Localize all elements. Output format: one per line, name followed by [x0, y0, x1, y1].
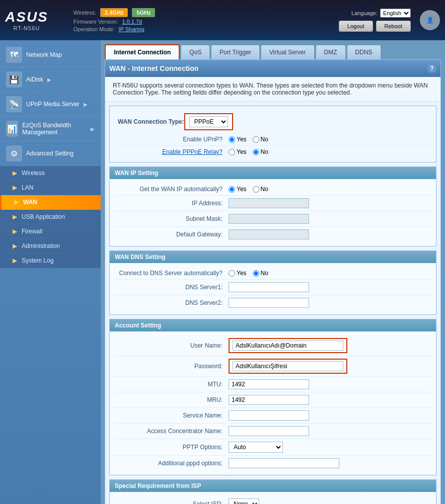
dns1-input[interactable]: [229, 282, 309, 292]
sidebar-item-wan[interactable]: ▶ WAN: [0, 195, 101, 210]
logout-button[interactable]: Logout: [339, 21, 373, 32]
pppoe-yes-radio[interactable]: [229, 149, 235, 155]
auto-dns-control: Yes No: [229, 270, 428, 277]
pptp-select[interactable]: Auto MPPE 40 MPPE 128 No Encryption: [229, 442, 283, 453]
dns1-row: DNS Server1:: [114, 280, 432, 295]
dns2-input[interactable]: [229, 298, 309, 308]
sidebar-item-label: Network Map: [26, 51, 62, 58]
select-isp-label: Select ISP:: [118, 500, 229, 504]
sidebar-item-ezqos[interactable]: 📊 EzQoS Bandwidth Management ▶: [0, 117, 101, 141]
pppoe-yes-label[interactable]: Yes: [229, 148, 247, 155]
main-panel: WAN - Internet Connection ? RT-N56U supp…: [105, 59, 441, 504]
wan-ip-body: Get the WAN IP automatically? Yes No: [110, 179, 436, 246]
subnet-input[interactable]: [229, 214, 309, 224]
enable-pppoe-link[interactable]: Enable PPPoE Relay?: [162, 148, 222, 155]
upnp-no-radio[interactable]: [253, 136, 259, 143]
sidebar-item-administration[interactable]: ▶ Administration: [0, 239, 101, 254]
sidebar-item-wireless[interactable]: ▶ Wireless: [0, 166, 101, 181]
operation-link[interactable]: IP Sharing: [119, 26, 144, 32]
logo-area: ASUS RT-N56U: [5, 9, 48, 31]
sidebar-item-network-map[interactable]: 🗺 Network Map: [0, 43, 101, 67]
upnp-yes-radio[interactable]: [229, 136, 235, 143]
tab-ddns[interactable]: DDNS: [347, 45, 381, 59]
sub-arrow-icon: ▶: [13, 184, 17, 191]
select-isp-select[interactable]: None: [229, 498, 259, 504]
auto-ip-row: Get the WAN IP automatically? Yes No: [114, 183, 432, 196]
ip-address-input[interactable]: [229, 198, 309, 208]
sub-arrow-icon: ▶: [13, 257, 17, 264]
main-container: 🗺 Network Map 💾 AiDisk ▶ 📡 UPnP Media Se…: [0, 40, 445, 504]
sidebar-item-system-log[interactable]: ▶ System Log: [0, 254, 101, 268]
language-select[interactable]: English: [380, 9, 411, 18]
enable-pppoe-row: Enable PPPoE Relay? Yes No: [114, 146, 432, 158]
sidebar-item-advanced[interactable]: ⚙ Advanced Setting: [0, 141, 101, 166]
auto-dns-no-radio[interactable]: [253, 270, 259, 277]
arrow-icon: ▶: [47, 77, 51, 82]
access-input[interactable]: [229, 426, 309, 436]
additional-input[interactable]: [229, 458, 339, 468]
password-label: Password:: [118, 363, 229, 370]
firmware-link[interactable]: 1.0.1.7d: [122, 19, 142, 25]
sidebar-item-aidisk[interactable]: 💾 AiDisk ▶: [0, 67, 101, 92]
gateway-input[interactable]: [229, 229, 309, 239]
logo-asus: ASUS: [5, 9, 48, 25]
auto-dns-yes-radio[interactable]: [229, 270, 235, 277]
service-row: Service Name:: [114, 408, 432, 424]
arrow-icon: ▶: [84, 102, 88, 107]
freq-2g-button[interactable]: 2.4GHz: [100, 8, 128, 17]
wan-type-select[interactable]: PPPoE DHCP Static IP PPTP L2TP: [189, 116, 228, 127]
service-input[interactable]: [229, 410, 309, 421]
upnp-yes-label[interactable]: Yes: [229, 136, 247, 143]
username-input[interactable]: [233, 341, 343, 351]
sidebar-item-firewall[interactable]: ▶ Firewall: [0, 224, 101, 239]
pppoe-no-label[interactable]: No: [253, 148, 268, 155]
sidebar-sub-menu: ▶ Wireless ▶ LAN ▶ WAN ▶ USB Application…: [0, 166, 101, 268]
sidebar-sub-label: System Log: [22, 257, 53, 264]
mtu-label: MTU:: [118, 381, 229, 388]
access-row: Access Concentrator Name:: [114, 424, 432, 439]
password-input[interactable]: [233, 361, 343, 371]
tabs-row: Internet Connection QoS Port Trigger Vir…: [105, 44, 441, 59]
mtu-row: MTU:: [114, 377, 432, 392]
enable-pppoe-label: Enable PPPoE Relay?: [118, 148, 229, 155]
sub-arrow-icon: ▶: [13, 228, 17, 235]
mtu-input[interactable]: [229, 379, 309, 389]
tab-internet-connection[interactable]: Internet Connection: [105, 44, 180, 59]
upnp-no-label[interactable]: No: [253, 136, 268, 143]
additional-row: Additional pppd options:: [114, 456, 432, 471]
sidebar-item-usb[interactable]: ▶ USB Application: [0, 210, 101, 224]
arrow-icon: ▶: [91, 126, 95, 132]
wan-dns-body: Connect to DNS Server automatically? Yes…: [110, 263, 436, 314]
enable-upnp-control: Yes No: [229, 136, 428, 143]
auto-dns-no-label[interactable]: No: [253, 270, 268, 277]
mru-input[interactable]: [229, 395, 309, 405]
tab-virtual-server[interactable]: Virtual Server: [261, 45, 314, 59]
enable-upnp-label: Enable UPnP?: [118, 136, 229, 143]
logo-model: RT-N56U: [14, 25, 40, 31]
tab-dmz[interactable]: DMZ: [316, 45, 346, 59]
password-row: Password:: [114, 356, 432, 377]
wireless-row: Wireless: 2.4GHz 5GHz: [73, 8, 339, 17]
avatar: 👤: [420, 10, 440, 30]
special-title: Special Requirement from ISP: [110, 480, 436, 492]
auto-dns-yes-label[interactable]: Yes: [229, 270, 247, 277]
sidebar-item-label: AiDisk: [26, 76, 43, 83]
tab-port-trigger[interactable]: Port Trigger: [211, 45, 260, 59]
help-icon[interactable]: ?: [427, 64, 436, 73]
sidebar-sub-label: Wireless: [22, 170, 45, 177]
sidebar-item-lan[interactable]: ▶ LAN: [0, 181, 101, 195]
header: ASUS RT-N56U Wireless: 2.4GHz 5GHz Firmw…: [0, 0, 445, 40]
pppoe-no-radio[interactable]: [253, 149, 259, 155]
username-label: User Name:: [118, 342, 229, 349]
auto-ip-yes-radio[interactable]: [229, 186, 235, 193]
tab-qos[interactable]: QoS: [181, 45, 210, 59]
freq-5g-button[interactable]: 5GHz: [132, 8, 155, 17]
auto-ip-control: Yes No: [229, 186, 428, 193]
auto-ip-no-label[interactable]: No: [253, 186, 268, 193]
reboot-button[interactable]: Reboot: [376, 21, 411, 32]
auto-ip-no-radio[interactable]: [253, 186, 259, 193]
panel-body: WAN Connection Type: PPPoE DHCP Static I…: [105, 102, 440, 504]
sub-arrow-icon: ▶: [13, 170, 17, 177]
sidebar-item-upnp[interactable]: 📡 UPnP Media Server ▶: [0, 92, 101, 117]
auto-ip-yes-label[interactable]: Yes: [229, 186, 247, 193]
